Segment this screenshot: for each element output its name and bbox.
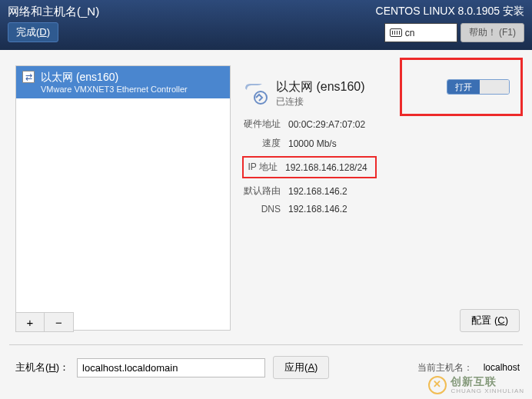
- detail-pane: 打开 以太网 (ens160) 已连接 硬件地址 00:0C:29:A7:07:…: [242, 65, 524, 331]
- header-left: 网络和主机名(_N) 完成(D): [8, 5, 99, 42]
- keyboard-layout-value: cn: [405, 28, 415, 38]
- ethernet-large-icon: [242, 81, 268, 107]
- detail-fields: 硬件地址 00:0C:29:A7:07:02 速度 10000 Mb/s IP …: [242, 118, 524, 214]
- default-route-label: 默认路由: [242, 185, 281, 198]
- product-label: CENTOS LINUX 8.0.1905 安装: [376, 5, 524, 18]
- toggle-highlight: 打开: [400, 58, 523, 116]
- hw-address-row: 硬件地址 00:0C:29:A7:07:02: [242, 118, 524, 131]
- configure-button[interactable]: 配置 (C): [460, 309, 520, 332]
- nic-list[interactable]: ⇄ 以太网 (ens160) VMware VMXNET3 Ethernet C…: [15, 65, 231, 331]
- remove-nic-button[interactable]: −: [45, 312, 74, 332]
- hw-address-label: 硬件地址: [242, 118, 281, 131]
- watermark-sub: CHUANG XINHULIAN: [451, 387, 524, 394]
- header-right: CENTOS LINUX 8.0.1905 安装 cn 帮助！ (F1): [376, 5, 524, 42]
- watermark-text-block: 创新互联 CHUANG XINHULIAN: [451, 375, 524, 394]
- nic-info: 以太网 (ens160) VMware VMXNET3 Ethernet Con…: [41, 71, 188, 94]
- dns-row: DNS 192.168.146.2: [242, 204, 524, 214]
- nic-title: 以太网 (ens160): [41, 71, 188, 85]
- ip-address-row: IP 地址 192.168.146.128/24: [242, 156, 377, 178]
- header-bar: 网络和主机名(_N) 完成(D) CENTOS LINUX 8.0.1905 安…: [0, 0, 532, 50]
- lang-row: cn 帮助！ (F1): [376, 23, 524, 42]
- nic-list-item[interactable]: ⇄ 以太网 (ens160) VMware VMXNET3 Ethernet C…: [16, 66, 230, 98]
- speed-row: 速度 10000 Mb/s: [242, 137, 524, 150]
- default-route-row: 默认路由 192.168.146.2: [242, 185, 524, 198]
- current-hostname-label: 当前主机名：: [417, 361, 473, 374]
- main-content: ⇄ 以太网 (ens160) VMware VMXNET3 Ethernet C…: [0, 50, 532, 331]
- dns-value: 192.168.146.2: [288, 204, 347, 214]
- ip-address-label: IP 地址: [244, 161, 278, 174]
- hw-address-value: 00:0C:29:A7:07:02: [288, 119, 365, 130]
- detail-title-block: 以太网 (ens160) 已连接: [276, 79, 365, 108]
- keyboard-layout-selector[interactable]: cn: [384, 23, 457, 42]
- hostname-label: 主机名(H)：: [15, 361, 69, 374]
- done-button[interactable]: 完成(D): [8, 22, 58, 42]
- toggle-knob: [480, 79, 509, 95]
- watermark-icon: [428, 376, 447, 394]
- ip-address-value: 192.168.146.128/24: [285, 162, 367, 173]
- nic-subtitle: VMware VMXNET3 Ethernet Controller: [41, 85, 188, 94]
- ethernet-icon: ⇄: [22, 71, 35, 83]
- help-button[interactable]: 帮助！ (F1): [461, 23, 524, 42]
- keyboard-icon: [390, 28, 402, 37]
- hostname-input[interactable]: [77, 358, 265, 377]
- apply-button[interactable]: 应用(A): [273, 356, 329, 379]
- page-title: 网络和主机名(_N): [8, 5, 99, 19]
- detail-title: 以太网 (ens160): [276, 79, 365, 95]
- connection-status: 已连接: [276, 95, 365, 108]
- done-button-label: 完成(D): [16, 26, 50, 38]
- current-hostname-value: localhost: [484, 362, 520, 373]
- speed-label: 速度: [242, 137, 281, 150]
- hostname-row: 主机名(H)： 应用(A) 当前主机名： localhost: [0, 345, 532, 379]
- nic-buttons: + −: [15, 312, 74, 332]
- dns-label: DNS: [242, 204, 281, 214]
- watermark: 创新互联 CHUANG XINHULIAN: [428, 375, 524, 394]
- config-btn-wrap: 配置 (C): [460, 309, 520, 332]
- default-route-value: 192.168.146.2: [288, 186, 347, 197]
- toggle-on-label: 打开: [447, 79, 480, 95]
- speed-value: 10000 Mb/s: [288, 138, 337, 149]
- connection-toggle[interactable]: 打开: [447, 79, 510, 95]
- add-nic-button[interactable]: +: [15, 312, 45, 332]
